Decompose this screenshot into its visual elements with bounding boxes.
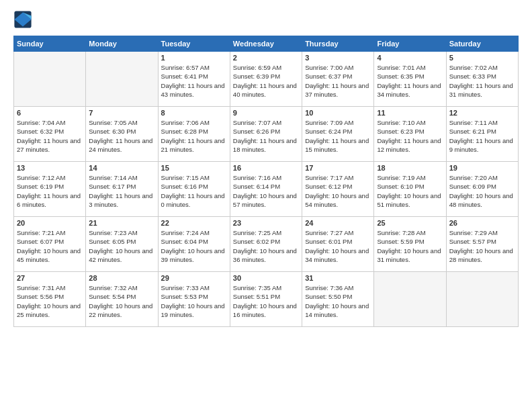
sunrise: Sunrise: 7:10 AM — [377, 119, 425, 126]
sunset: Sunset: 6:26 PM — [233, 128, 280, 135]
daylight: Daylight: 10 hours and 54 minutes. — [305, 192, 369, 208]
sunrise: Sunrise: 7:15 AM — [161, 174, 210, 181]
sunset: Sunset: 6:30 PM — [89, 128, 136, 135]
sunset: Sunset: 6:23 PM — [377, 128, 424, 135]
calendar-day-cell: 17Sunrise: 7:17 AMSunset: 6:12 PMDayligh… — [302, 162, 374, 217]
calendar-day-cell: 1Sunrise: 6:57 AMSunset: 6:41 PMDaylight… — [158, 52, 230, 107]
day-number: 3 — [305, 54, 371, 62]
daylight: Daylight: 10 hours and 25 minutes. — [17, 302, 81, 318]
sunrise: Sunrise: 7:00 AM — [305, 64, 353, 71]
day-number: 5 — [449, 54, 515, 62]
day-number: 19 — [449, 164, 515, 172]
calendar-day-cell — [446, 272, 518, 327]
day-info: Sunrise: 7:23 AMSunset: 6:05 PMDaylight:… — [89, 228, 154, 264]
calendar-day-cell: 27Sunrise: 7:31 AMSunset: 5:56 PMDayligh… — [14, 272, 86, 327]
daylight: Daylight: 11 hours and 3 minutes. — [89, 192, 152, 208]
sunset: Sunset: 6:19 PM — [17, 183, 64, 190]
sunrise: Sunrise: 7:33 AM — [161, 284, 210, 291]
sunrise: Sunrise: 7:24 AM — [161, 229, 210, 236]
day-info: Sunrise: 7:20 AMSunset: 6:09 PMDaylight:… — [449, 173, 515, 209]
page-header — [13, 10, 519, 29]
calendar-day-cell: 12Sunrise: 7:11 AMSunset: 6:21 PMDayligh… — [446, 107, 518, 162]
day-info: Sunrise: 7:01 AMSunset: 6:35 PMDaylight:… — [377, 63, 443, 99]
sunset: Sunset: 6:07 PM — [17, 238, 64, 245]
sunrise: Sunrise: 7:02 AM — [449, 64, 498, 71]
sunset: Sunset: 6:33 PM — [449, 73, 496, 80]
daylight: Daylight: 11 hours and 18 minutes. — [233, 137, 297, 153]
day-number: 29 — [161, 274, 227, 282]
calendar-day-cell: 11Sunrise: 7:10 AMSunset: 6:23 PMDayligh… — [374, 107, 446, 162]
day-number: 6 — [17, 109, 83, 117]
daylight: Daylight: 10 hours and 57 minutes. — [233, 192, 297, 208]
day-info: Sunrise: 7:14 AMSunset: 6:17 PMDaylight:… — [89, 173, 154, 209]
day-info: Sunrise: 7:11 AMSunset: 6:21 PMDaylight:… — [449, 118, 515, 154]
sunset: Sunset: 6:14 PM — [233, 183, 280, 190]
daylight: Daylight: 11 hours and 12 minutes. — [377, 137, 441, 153]
calendar-day-cell: 26Sunrise: 7:29 AMSunset: 5:57 PMDayligh… — [446, 217, 518, 272]
calendar-day-cell: 8Sunrise: 7:06 AMSunset: 6:28 PMDaylight… — [158, 107, 230, 162]
day-number: 23 — [233, 219, 299, 227]
day-info: Sunrise: 7:05 AMSunset: 6:30 PMDaylight:… — [89, 118, 154, 154]
calendar-day-cell: 4Sunrise: 7:01 AMSunset: 6:35 PMDaylight… — [374, 52, 446, 107]
sunrise: Sunrise: 7:06 AM — [161, 119, 210, 126]
daylight: Daylight: 10 hours and 42 minutes. — [89, 247, 152, 263]
day-number: 17 — [305, 164, 371, 172]
daylight: Daylight: 11 hours and 24 minutes. — [89, 137, 152, 153]
sunset: Sunset: 6:24 PM — [305, 128, 352, 135]
day-info: Sunrise: 7:02 AMSunset: 6:33 PMDaylight:… — [449, 63, 515, 99]
day-number: 7 — [89, 109, 154, 117]
sunrise: Sunrise: 7:05 AM — [89, 119, 137, 126]
sunset: Sunset: 6:10 PM — [377, 183, 424, 190]
day-number: 4 — [377, 54, 443, 62]
day-number: 12 — [449, 109, 515, 117]
sunrise: Sunrise: 7:29 AM — [449, 229, 498, 236]
sunrise: Sunrise: 7:01 AM — [377, 64, 425, 71]
day-number: 24 — [305, 219, 371, 227]
daylight: Daylight: 10 hours and 16 minutes. — [233, 302, 297, 318]
calendar-day-cell: 31Sunrise: 7:36 AMSunset: 5:50 PMDayligh… — [302, 272, 374, 327]
daylight: Daylight: 11 hours and 27 minutes. — [17, 137, 81, 153]
day-info: Sunrise: 7:17 AMSunset: 6:12 PMDaylight:… — [305, 173, 371, 209]
day-number: 22 — [161, 219, 227, 227]
day-number: 30 — [233, 274, 299, 282]
day-number: 15 — [161, 164, 227, 172]
calendar-week-row: 27Sunrise: 7:31 AMSunset: 5:56 PMDayligh… — [14, 272, 519, 327]
weekday-header: Monday — [86, 36, 158, 52]
logo — [13, 10, 35, 29]
calendar-day-cell — [86, 52, 158, 107]
sunset: Sunset: 5:54 PM — [89, 293, 136, 300]
sunrise: Sunrise: 7:12 AM — [17, 174, 65, 181]
day-info: Sunrise: 7:21 AMSunset: 6:07 PMDaylight:… — [17, 228, 83, 264]
sunrise: Sunrise: 6:57 AM — [161, 64, 210, 71]
calendar-day-cell: 6Sunrise: 7:04 AMSunset: 6:32 PMDaylight… — [14, 107, 86, 162]
calendar-week-row: 13Sunrise: 7:12 AMSunset: 6:19 PMDayligh… — [14, 162, 519, 217]
calendar-day-cell: 30Sunrise: 7:35 AMSunset: 5:51 PMDayligh… — [230, 272, 302, 327]
day-info: Sunrise: 6:57 AMSunset: 6:41 PMDaylight:… — [161, 63, 227, 99]
daylight: Daylight: 10 hours and 31 minutes. — [377, 247, 441, 263]
sunrise: Sunrise: 7:11 AM — [449, 119, 498, 126]
calendar-day-cell: 13Sunrise: 7:12 AMSunset: 6:19 PMDayligh… — [14, 162, 86, 217]
sunset: Sunset: 5:56 PM — [17, 293, 64, 300]
sunset: Sunset: 6:41 PM — [161, 73, 208, 80]
sunrise: Sunrise: 7:36 AM — [305, 284, 353, 291]
weekday-header: Thursday — [302, 36, 374, 52]
sunset: Sunset: 6:09 PM — [449, 183, 496, 190]
sunset: Sunset: 5:53 PM — [161, 293, 208, 300]
daylight: Daylight: 10 hours and 34 minutes. — [305, 247, 369, 263]
sunrise: Sunrise: 7:16 AM — [233, 174, 281, 181]
day-info: Sunrise: 7:36 AMSunset: 5:50 PMDaylight:… — [305, 283, 371, 319]
daylight: Daylight: 11 hours and 34 minutes. — [377, 82, 441, 98]
daylight: Daylight: 11 hours and 43 minutes. — [161, 82, 225, 98]
calendar-day-cell: 24Sunrise: 7:27 AMSunset: 6:01 PMDayligh… — [302, 217, 374, 272]
sunrise: Sunrise: 7:14 AM — [89, 174, 137, 181]
day-info: Sunrise: 7:04 AMSunset: 6:32 PMDaylight:… — [17, 118, 83, 154]
day-number: 27 — [17, 274, 83, 282]
weekday-header: Saturday — [446, 36, 518, 52]
calendar-day-cell — [14, 52, 86, 107]
sunset: Sunset: 6:12 PM — [305, 183, 352, 190]
calendar-day-cell: 28Sunrise: 7:32 AMSunset: 5:54 PMDayligh… — [86, 272, 158, 327]
day-info: Sunrise: 7:16 AMSunset: 6:14 PMDaylight:… — [233, 173, 299, 209]
daylight: Daylight: 11 hours and 15 minutes. — [305, 137, 369, 153]
sunset: Sunset: 6:37 PM — [305, 73, 352, 80]
weekday-header: Friday — [374, 36, 446, 52]
